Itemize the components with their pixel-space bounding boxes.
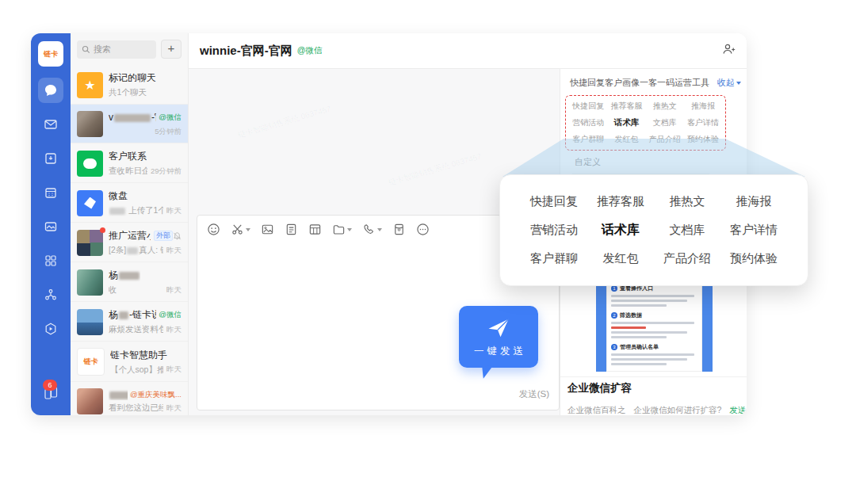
chat-list-item[interactable]: 杨-链卡说 @微信 麻烦发送资料包关键... 昨天: [71, 302, 188, 342]
popup-tool-item[interactable]: 预约体验: [730, 251, 778, 266]
chat-item-title-row: 客户联系: [109, 150, 182, 163]
tool-link[interactable]: 产品介绍: [649, 134, 681, 145]
chat-time: 昨天: [166, 285, 182, 296]
article-item[interactable]: 企业微信如何进行扩容?: [634, 405, 722, 415]
wechat-tag: @微信: [297, 45, 323, 56]
tool-link[interactable]: 快捷回复: [572, 101, 604, 112]
magnified-tools-popup: 快捷回复推荐客服推热文推海报营销活动话术库文档库客户详情客户群聊发红包产品介绍预…: [499, 174, 808, 286]
popup-tool-item[interactable]: 营销活动: [530, 223, 578, 238]
preview-body: 1 查看操作入口 2: [606, 280, 702, 372]
chat-item-body: @重庆美味飘... 看到您这边已经填了... 昨天: [109, 389, 182, 414]
panel-tab[interactable]: 运营工具: [674, 77, 709, 89]
article-item[interactable]: 企业微信百科之: [567, 405, 626, 415]
file-icon[interactable]: [285, 223, 298, 236]
collapse-button[interactable]: 收起: [717, 77, 741, 89]
chat-title: 微盘: [109, 189, 128, 203]
tool-link[interactable]: 推热文: [653, 101, 677, 112]
panel-tab[interactable]: 客户画像: [605, 77, 640, 89]
tool-link[interactable]: 文档库: [653, 117, 677, 128]
conversation-header: winnie-官网-官网 @微信: [189, 33, 747, 69]
popup-tool-item[interactable]: 文档库: [670, 223, 705, 238]
tool-link[interactable]: 预约体验: [687, 134, 719, 145]
chat-item-sub-row: 【个人sop】推送任务 昨天: [110, 365, 182, 376]
chat-title: 杨-链卡说: [109, 308, 156, 322]
popup-tool-item[interactable]: 话术库: [602, 222, 640, 239]
conversation-title: winnie-官网-官网: [200, 44, 292, 59]
gallery-icon: [44, 220, 58, 234]
tool-link[interactable]: 推海报: [691, 101, 715, 112]
chat-item-body: 杨 收 昨天: [109, 269, 182, 296]
avatar: [77, 348, 105, 376]
chat-item-body: 微盘 上传了1个文... 昨天: [109, 189, 182, 216]
chat-subtitle: 共1个聊天: [109, 87, 178, 98]
send-link[interactable]: 发送 ✈: [729, 405, 747, 415]
tool-link[interactable]: 营销活动: [572, 117, 604, 128]
one-key-send-button[interactable]: 一键发送: [459, 306, 538, 368]
popup-tool-item[interactable]: 客户群聊: [530, 251, 578, 266]
popup-tool-item[interactable]: 推荐客服: [597, 194, 644, 209]
text-line: [611, 331, 687, 334]
chat-list-item[interactable]: 推广运营小... 外部 [2条]真人: 链卡S... 昨天: [71, 223, 188, 262]
tool-link[interactable]: 话术库: [614, 117, 640, 128]
add-chat-button[interactable]: +: [161, 40, 182, 59]
send-button[interactable]: 发送(S): [519, 388, 549, 400]
chat-item-body: 杨-链卡说 @微信 麻烦发送资料包关键... 昨天: [109, 308, 182, 335]
chat-list-item[interactable]: @重庆美味飘... 看到您这边已经填了... 昨天: [71, 382, 188, 415]
popup-tool-item[interactable]: 推海报: [736, 194, 772, 209]
popup-tool-item[interactable]: 快捷回复: [530, 194, 578, 209]
call-icon[interactable]: [362, 223, 382, 236]
text-line: [611, 295, 694, 297]
more-icon[interactable]: [416, 223, 430, 236]
popup-tool-item[interactable]: 产品介绍: [663, 251, 711, 266]
chat-list-item[interactable]: 客户联系 查收昨日企业联... 29分钟前: [71, 143, 188, 183]
workbench-nav-icon[interactable]: [38, 248, 63, 273]
bubble-tail: [482, 365, 494, 378]
chat-item-sub-row: 5分钟前: [109, 127, 182, 137]
drive-nav-icon[interactable]: [38, 214, 63, 239]
tool-link[interactable]: 推荐客服: [610, 101, 642, 112]
chat-list-item[interactable]: v-官网 @微信 5分钟前: [71, 105, 188, 143]
popup-tool-item[interactable]: 推热文: [670, 194, 705, 209]
add-member-button[interactable]: [721, 42, 736, 59]
image-icon[interactable]: [261, 223, 274, 236]
chat-list-item[interactable]: 微盘 上传了1个文... 昨天: [71, 183, 188, 223]
screenshot-icon[interactable]: [231, 223, 250, 236]
search-input[interactable]: 搜索: [77, 40, 156, 59]
table-icon[interactable]: [308, 223, 322, 236]
emoji-icon[interactable]: [207, 223, 220, 236]
contacts-nav-icon[interactable]: [38, 282, 63, 307]
avatar: [77, 269, 103, 296]
panel-tab[interactable]: 一客一码: [640, 77, 674, 89]
chat-item-sub-row: 麻烦发送资料包关键... 昨天: [109, 324, 182, 335]
chat-list-item[interactable]: 链卡智慧助手 【个人sop】推送任务 昨天: [71, 342, 188, 382]
panel-tab[interactable]: 快捷回复: [570, 77, 605, 89]
chat-list-item[interactable]: 杨 收 昨天: [71, 262, 188, 302]
chat-item-body: v-官网 @微信 5分钟前: [109, 111, 182, 137]
apps-nav-icon[interactable]: [38, 316, 63, 342]
custom-label[interactable]: 自定义: [575, 156, 747, 168]
red-packet-icon[interactable]: [392, 223, 406, 236]
chat-time: 昨天: [166, 365, 182, 375]
tool-link[interactable]: 客户群聊: [572, 134, 604, 145]
docs-nav-icon[interactable]: [38, 146, 63, 171]
popup-tool-item[interactable]: 客户详情: [730, 223, 778, 238]
calendar-nav-icon[interactable]: [38, 180, 63, 205]
chat-list-item[interactable]: 标记的聊天 共1个聊天: [71, 65, 188, 105]
caret-down-icon: [347, 228, 352, 234]
chat-nav-icon[interactable]: [38, 78, 63, 103]
preview-section: 1 查看操作入口: [611, 284, 697, 307]
document-preview-card[interactable]: 1 查看操作入口 2: [596, 280, 713, 372]
article-row: 企业微信百科之 企业微信如何进行扩容? 发送 ✈: [567, 405, 742, 415]
caret-down-icon: [377, 228, 382, 234]
folder-icon[interactable]: [332, 223, 352, 236]
mail-nav-icon[interactable]: [38, 112, 63, 137]
tool-link[interactable]: 发红包: [614, 134, 638, 145]
search-icon: [82, 45, 90, 54]
chat-time: 昨天: [166, 325, 182, 335]
tool-link[interactable]: 客户详情: [687, 117, 719, 128]
mobile-nav-icon[interactable]: 6: [31, 385, 71, 404]
chat-subtitle: 查收昨日企业联...: [109, 166, 147, 177]
chat-badge: 外部: [154, 231, 173, 241]
popup-tool-item[interactable]: 发红包: [603, 251, 639, 266]
tools-grid-highlighted: 快捷回复推荐客服推热文推海报营销活动话术库文档库客户详情客户群聊发红包产品介绍预…: [565, 95, 726, 151]
